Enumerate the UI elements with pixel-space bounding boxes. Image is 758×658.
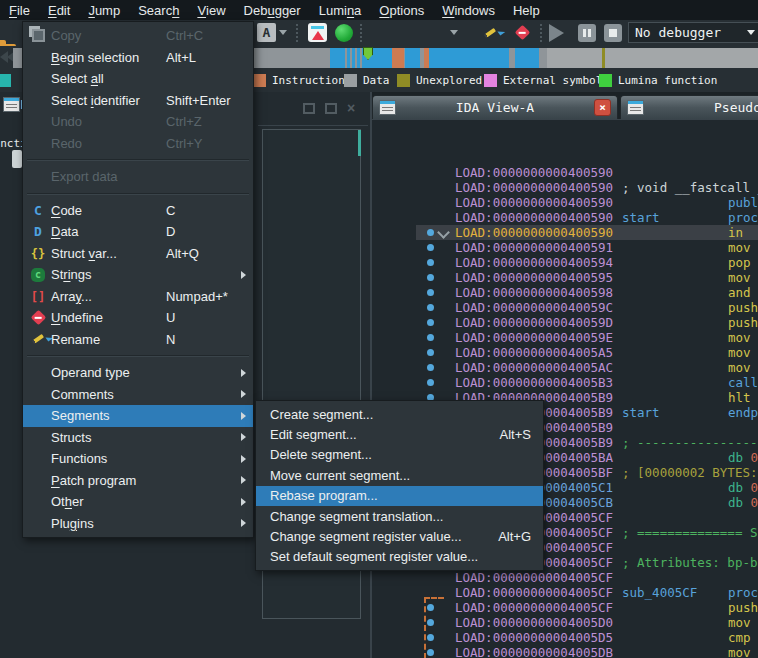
listing-line[interactable]: LOAD:0000000000400595 mov <box>372 270 758 285</box>
listing-line[interactable]: LOAD:0000000000400590 start proc <box>372 210 758 225</box>
listing-line[interactable]: LOAD:0000000000400590 <box>372 165 758 180</box>
menu-item[interactable]: Structs <box>23 427 253 449</box>
menu-item[interactable]: Segments <box>23 405 253 427</box>
tab-ida-view-a[interactable]: IDA View-A × <box>372 95 618 119</box>
menu-item-label: Redo <box>51 136 82 151</box>
jump-arrow <box>424 597 444 658</box>
name-or-comment: ; Attributes: bp-bas <box>622 555 758 570</box>
submenu-item[interactable]: Delete segment... <box>256 445 543 465</box>
menubar-item[interactable]: Search <box>129 0 188 20</box>
rename-icon[interactable] <box>484 23 496 42</box>
font-dropdown-icon[interactable] <box>279 23 287 42</box>
instruction: mov <box>728 345 751 360</box>
menubar-item[interactable]: File <box>0 0 39 20</box>
submenu-item[interactable]: Set default segment register value... <box>256 547 543 567</box>
listing-line[interactable]: LOAD:0000000000400594 pop <box>372 255 758 270</box>
close-icon[interactable]: × <box>347 103 355 114</box>
menu-item[interactable]: Rename N <box>23 329 253 351</box>
collapse-chevron-icon[interactable] <box>437 226 450 239</box>
menu-item[interactable]: Select all <box>23 68 253 90</box>
menu-item[interactable] <box>23 154 253 166</box>
menu-item[interactable]: Comments <box>23 384 253 406</box>
code-dot-icon <box>427 364 434 371</box>
menu-item[interactable]: Undefine U <box>23 307 253 329</box>
close-tab-icon[interactable]: × <box>594 99 611 116</box>
list-view-icon <box>627 100 644 115</box>
listing-line[interactable]: LOAD:0000000000400590 ; void __fastcall … <box>372 180 758 195</box>
undefine-icon[interactable] <box>517 23 528 42</box>
lumina-view-icon[interactable] <box>308 23 327 42</box>
menu-item[interactable]: Select identifier Shift+Enter <box>23 90 253 112</box>
menu-item[interactable]: Patch program <box>23 470 253 492</box>
listing-line[interactable]: LOAD:00000000004005AC mov <box>372 360 758 375</box>
submenu-item-label: Edit segment... <box>270 427 357 442</box>
listing-line[interactable]: LOAD:000000000040059D push <box>372 315 758 330</box>
menu-item[interactable] <box>23 188 253 200</box>
debugger-select[interactable]: No debugger <box>628 22 758 43</box>
menu-item[interactable]: Strings <box>23 264 253 286</box>
menu-item-label: Array... <box>51 289 92 304</box>
listing-line[interactable]: LOAD:000000000040059C push <box>372 300 758 315</box>
menu-item[interactable]: Redo Ctrl+Y <box>23 133 253 155</box>
menu-item[interactable]: Struct var... Alt+Q <box>23 243 253 265</box>
pause-process-icon[interactable] <box>578 24 596 42</box>
functions-tab-icon <box>3 97 20 112</box>
menu-item[interactable]: Functions <box>23 448 253 470</box>
menu-item[interactable]: Code C <box>23 200 253 222</box>
listing-line[interactable]: LOAD:00000000004005CF <box>372 570 758 585</box>
menu-item[interactable]: Array... Numpad+* <box>23 286 253 308</box>
listing-line[interactable]: LOAD:00000000004005B3 call <box>372 375 758 390</box>
functions-scrollbar[interactable] <box>12 150 22 168</box>
scrollbar-thumb[interactable] <box>358 130 361 156</box>
menubar-item[interactable]: Jump <box>79 0 129 20</box>
menu-item[interactable]: Undo Ctrl+Z <box>23 111 253 133</box>
stop-process-icon[interactable] <box>604 24 622 42</box>
name-or-comment: sub_4005CF <box>622 585 697 600</box>
menubar-item[interactable]: Lumina <box>310 0 371 20</box>
address: LOAD:000000000040059D <box>455 315 613 330</box>
menu-item[interactable]: Operand type <box>23 362 253 384</box>
menubar-item[interactable]: Debugger <box>235 0 310 20</box>
restore-icon[interactable] <box>303 103 315 114</box>
instruction: mov <box>728 330 751 345</box>
start-process-icon[interactable] <box>549 24 564 42</box>
lumina-status-icon[interactable] <box>335 24 353 42</box>
menubar-item[interactable]: Options <box>370 0 433 20</box>
menu-item[interactable] <box>23 350 253 362</box>
listing-line[interactable]: LOAD:0000000000400598 and <box>372 285 758 300</box>
menu-item[interactable]: Begin selection Alt+L <box>23 47 253 69</box>
submenu-item[interactable]: Change segment register value... Alt+G <box>256 526 543 546</box>
menu-item-shortcut: C <box>166 203 175 218</box>
submenu-item[interactable]: Create segment... <box>256 404 543 424</box>
submenu-arrow-icon <box>241 390 246 398</box>
tab-pseudocode[interactable]: Pseudoc <box>620 95 758 119</box>
menu-item-label: Data <box>51 224 78 239</box>
menubar-item[interactable]: Edit <box>39 0 79 20</box>
listing-line[interactable]: LOAD:00000000004005A5 mov <box>372 345 758 360</box>
submenu-item[interactable]: Edit segment... Alt+S <box>256 424 543 444</box>
legend-color-swatch <box>599 74 612 87</box>
listing-line[interactable]: LOAD:0000000000400591 mov <box>372 240 758 255</box>
menubar-item[interactable]: Windows <box>433 0 504 20</box>
menu-item[interactable]: Plugins <box>23 513 253 535</box>
menu-item[interactable]: Data D <box>23 221 253 243</box>
submenu-item[interactable]: Move current segment... <box>256 465 543 485</box>
listing-line[interactable]: LOAD:0000000000400590 in <box>372 225 758 240</box>
submenu-item[interactable]: Rebase program... <box>256 486 543 506</box>
menu-item[interactable]: Other <box>23 491 253 513</box>
view-tabbar: IDA View-A × Pseudoc <box>372 95 758 119</box>
code-dot-icon <box>427 319 434 326</box>
menu-item[interactable]: Copy Ctrl+C <box>23 25 253 47</box>
cascade-icon[interactable] <box>325 103 337 114</box>
listing-line[interactable]: LOAD:000000000040059E mov <box>372 330 758 345</box>
disassembly-listing[interactable]: LOAD:0000000000400590 LOAD:0000000000400… <box>372 119 758 658</box>
menu-item[interactable]: Export data <box>23 166 253 188</box>
menubar-item[interactable]: Help <box>504 0 549 20</box>
menu-item-label: Other <box>51 494 84 509</box>
listing-line[interactable]: LOAD:0000000000400590 publ <box>372 195 758 210</box>
disassembly-pane: IDA View-A × Pseudoc LOAD:00000000004005… <box>372 92 758 658</box>
submenu-item[interactable]: Change segment translation... <box>256 506 543 526</box>
strings-dropdown-icon[interactable] <box>450 23 458 42</box>
menubar-item[interactable]: View <box>188 0 234 20</box>
font-button[interactable]: A <box>257 23 276 42</box>
